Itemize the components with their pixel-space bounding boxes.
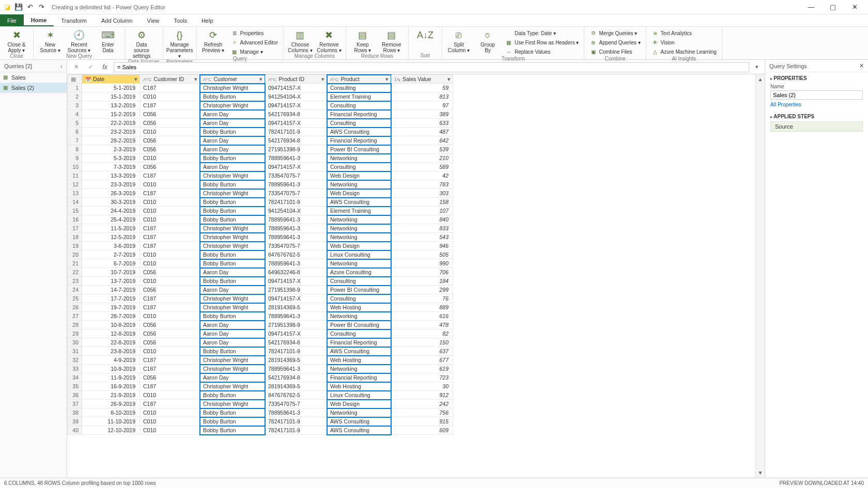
cell[interactable]: 13-3-2019 <box>82 171 140 180</box>
ribbon-button[interactable]: ✖Close &Apply ▾ <box>3 28 30 53</box>
cell[interactable]: Christopher Wright <box>200 224 265 233</box>
row-number[interactable]: 7 <box>68 136 82 145</box>
cell[interactable]: Element Training <box>327 92 391 101</box>
cell[interactable]: 299 <box>391 286 453 294</box>
cell[interactable]: 19-7-2019 <box>82 303 140 312</box>
cell[interactable]: Consulting <box>327 119 391 128</box>
cell[interactable]: 649632246-8 <box>265 268 327 277</box>
ribbon-button[interactable]: ✖RemoveColumns ▾ <box>316 28 343 53</box>
cell[interactable]: 478 <box>391 321 453 329</box>
table-row[interactable]: 1113-3-2019C187Christopher Wright7335470… <box>68 171 453 180</box>
cell[interactable]: Consulting <box>327 294 391 303</box>
cell[interactable]: C010 <box>140 92 200 101</box>
table-row[interactable]: 2619-7-2019C187Christopher Wright2819143… <box>68 303 453 312</box>
data-grid[interactable]: ▦📅Date▾AᵇCCustomer ID▾AᵇCCustomer▾AᵇCPro… <box>67 74 453 435</box>
table-row[interactable]: 1430-3-2019C010Bobby Burton782417101-9AW… <box>68 198 453 207</box>
vertical-scrollbar[interactable]: ▲ ▼ <box>755 74 765 478</box>
cell[interactable]: 094714157-X <box>265 329 327 338</box>
cell[interactable]: 4-9-2019 <box>82 356 140 365</box>
save-icon[interactable]: 💾 <box>14 3 23 11</box>
cell[interactable]: Networking <box>327 312 391 321</box>
cell[interactable]: C056 <box>140 268 200 277</box>
cell[interactable]: 242 <box>391 400 453 408</box>
cell[interactable]: Christopher Wright <box>200 189 265 198</box>
table-row[interactable]: 415-2-2019C056Aaron Day542176934-8Financ… <box>68 110 453 119</box>
cell[interactable]: 14-7-2019 <box>82 286 140 294</box>
ribbon-small-button[interactable]: ▦Manage ▾ <box>229 48 280 56</box>
cell[interactable]: Networking <box>327 215 391 224</box>
cell[interactable]: Aaron Day <box>200 338 265 347</box>
cell[interactable]: 756 <box>391 408 453 417</box>
row-number[interactable]: 28 <box>68 321 82 329</box>
cell[interactable]: Networking <box>327 259 391 268</box>
table-row[interactable]: 388-10-2019C010Bobby Burton788959641-3Ne… <box>68 408 453 417</box>
column-header-sales-value[interactable]: 1²₃Sales Value▾ <box>391 75 453 84</box>
cell[interactable]: 281914369-5 <box>265 356 327 365</box>
cell[interactable]: C056 <box>140 145 200 154</box>
cell[interactable]: Power BI Consulting <box>327 321 391 329</box>
table-row[interactable]: 3123-8-2019C010Bobby Burton782417101-9AW… <box>68 347 453 356</box>
row-number[interactable]: 39 <box>68 417 82 426</box>
cell[interactable]: C056 <box>140 119 200 128</box>
row-number[interactable]: 1 <box>68 84 82 92</box>
table-row[interactable]: 324-9-2019C187Christopher Wright28191436… <box>68 356 453 365</box>
cell[interactable]: C056 <box>140 163 200 171</box>
row-number[interactable]: 40 <box>68 426 82 435</box>
cell[interactable]: 107 <box>391 207 453 215</box>
cell[interactable]: 915 <box>391 417 453 426</box>
cell[interactable]: 782417101-9 <box>265 347 327 356</box>
formula-cancel-button[interactable]: ✕ <box>70 62 82 72</box>
column-header-product[interactable]: AᵇCProduct▾ <box>327 75 391 84</box>
row-number[interactable]: 3 <box>68 101 82 110</box>
cell[interactable]: C010 <box>140 259 200 268</box>
table-row[interactable]: 3411-9-2019C056Aaron Day542176934-8Finan… <box>68 373 453 382</box>
maximize-button[interactable]: ▢ <box>823 1 843 14</box>
cell[interactable]: Christopher Wright <box>200 101 265 110</box>
cell[interactable]: 210 <box>391 154 453 163</box>
cell[interactable]: Aaron Day <box>200 321 265 329</box>
row-number[interactable]: 14 <box>68 198 82 207</box>
cell[interactable]: 271951398-9 <box>265 321 327 329</box>
cell[interactable]: AWS Consulting <box>327 417 391 426</box>
row-number[interactable]: 4 <box>68 110 82 119</box>
cell[interactable]: 28-2-2019 <box>82 136 140 145</box>
cell[interactable]: 389 <box>391 110 453 119</box>
row-number[interactable]: 25 <box>68 294 82 303</box>
redo-icon[interactable]: ↷ <box>37 3 45 11</box>
cell[interactable]: Aaron Day <box>200 163 265 171</box>
cell[interactable]: 12-8-2019 <box>82 329 140 338</box>
cell[interactable]: 10-9-2019 <box>82 365 140 373</box>
cell[interactable]: Aaron Day <box>200 145 265 154</box>
row-number[interactable]: 30 <box>68 338 82 347</box>
cell[interactable]: 094714157-X <box>265 277 327 286</box>
undo-icon[interactable]: ↶ <box>26 3 34 11</box>
cell[interactable]: Web Design <box>327 242 391 250</box>
cell[interactable]: Financial Reporting <box>327 338 391 347</box>
row-number[interactable]: 13 <box>68 189 82 198</box>
row-number[interactable]: 18 <box>68 233 82 242</box>
cell[interactable]: 11-9-2019 <box>82 373 140 382</box>
row-number[interactable]: 36 <box>68 391 82 400</box>
table-row[interactable]: 82-3-2019C056Aaron Day271951398-9Power B… <box>68 145 453 154</box>
scroll-down-icon[interactable]: ▼ <box>758 470 763 476</box>
cell[interactable]: Web Hosting <box>327 356 391 365</box>
ribbon-button[interactable]: {}ManageParameters ▾ <box>166 28 193 59</box>
table-row[interactable]: 1812-5-2019C187Christopher Wright7889596… <box>68 233 453 242</box>
row-number[interactable]: 2 <box>68 92 82 101</box>
cell[interactable]: Networking <box>327 408 391 417</box>
cell[interactable]: 609 <box>391 426 453 435</box>
cell[interactable]: C010 <box>140 426 200 435</box>
cell[interactable]: 637 <box>391 347 453 356</box>
cell[interactable]: Consulting <box>327 163 391 171</box>
cell[interactable]: Financial Reporting <box>327 110 391 119</box>
ribbon-button[interactable]: A↓Z <box>412 28 439 42</box>
cell[interactable]: Consulting <box>327 277 391 286</box>
table-row[interactable]: 215-1-2019C010Bobby Burton941254104-XEle… <box>68 92 453 101</box>
cell[interactable]: Bobby Burton <box>200 408 265 417</box>
cell[interactable]: 539 <box>391 145 453 154</box>
cell[interactable]: 783 <box>391 180 453 189</box>
cell[interactable]: 782417101-9 <box>265 426 327 435</box>
cell[interactable]: Bobby Burton <box>200 277 265 286</box>
cell[interactable]: 8-10-2019 <box>82 408 140 417</box>
row-number[interactable]: 34 <box>68 373 82 382</box>
